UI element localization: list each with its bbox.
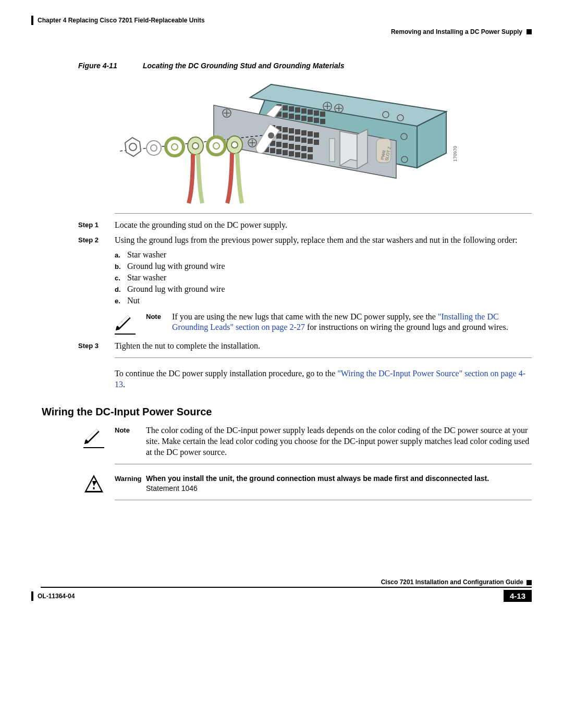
step-1-text: Locate the grounding stud on the DC powe… (115, 220, 532, 231)
svg-rect-35 (314, 132, 319, 138)
note-inline: Note If you are using the new lugs that … (115, 312, 532, 335)
svg-rect-41 (301, 138, 307, 143)
svg-rect-27 (320, 119, 325, 124)
svg-rect-23 (295, 115, 300, 120)
svg-rect-63 (329, 139, 335, 162)
step-3-row: Step 3 Tighten the nut to complete the i… (78, 341, 532, 352)
step-2-sub-c: c.Star washer (115, 273, 532, 282)
svg-rect-47 (283, 143, 288, 148)
header-chapter: Chapter 4 Replacing Cisco 7201 Field-Rep… (38, 17, 205, 24)
pencil-note-icon (83, 425, 102, 444)
svg-rect-18 (314, 110, 319, 116)
step-2-sub-d: d.Ground lug with ground wire (115, 285, 532, 294)
note-inline-text: If you are using the new lugs that came … (172, 312, 532, 334)
svg-point-69 (213, 143, 219, 149)
svg-rect-51 (308, 147, 313, 152)
svg-rect-42 (308, 139, 313, 144)
figure-caption-text: Locating the DC Grounding Stud and Groun… (143, 61, 345, 70)
step-3-text: Tighten the nut to complete the installa… (115, 341, 532, 352)
footer-doc: OL-11364-04 (38, 593, 75, 600)
svg-rect-25 (308, 117, 313, 122)
svg-rect-22 (289, 114, 294, 119)
svg-point-71 (192, 143, 199, 149)
svg-rect-21 (283, 113, 288, 118)
warning-statement: Statement 1046 (146, 484, 198, 492)
svg-rect-24 (301, 116, 307, 121)
section-heading: Wiring the DC-Input Power Source (42, 406, 532, 418)
svg-rect-54 (276, 149, 282, 154)
divider (115, 213, 532, 214)
svg-rect-40 (295, 137, 300, 142)
svg-point-67 (172, 144, 178, 150)
divider (115, 357, 532, 358)
svg-rect-17 (308, 109, 313, 115)
drawing-id: 170970 (452, 146, 458, 162)
svg-point-73 (231, 142, 238, 148)
svg-rect-30 (283, 127, 288, 132)
figure-illustration: PWR SLOT 2 (115, 74, 469, 207)
svg-rect-58 (301, 153, 307, 158)
note2-text: The color coding of the DC-input power s… (146, 425, 532, 458)
svg-rect-15 (295, 107, 300, 113)
svg-rect-33 (301, 130, 307, 135)
svg-rect-26 (314, 118, 319, 123)
warning-label: Warning (115, 474, 146, 483)
svg-rect-50 (301, 146, 307, 151)
svg-rect-16 (301, 108, 307, 114)
page-footer: Cisco 7201 Installation and Configuratio… (31, 578, 532, 602)
svg-rect-59 (308, 154, 313, 159)
figure-caption: Figure 4-11 Locating the DC Grounding St… (78, 61, 532, 70)
svg-point-75 (151, 145, 157, 151)
svg-rect-81 (93, 487, 95, 489)
svg-rect-19 (320, 112, 325, 117)
divider (115, 464, 532, 464)
page-number: 4-13 (504, 590, 532, 602)
header-square-icon (527, 29, 532, 34)
warning-triangle-icon (83, 474, 104, 495)
figure-label: Figure 4-11 (78, 61, 141, 70)
svg-rect-39 (289, 135, 294, 141)
step-2-sub-e: e.Nut (115, 296, 532, 305)
header-rule (31, 16, 33, 25)
dc-power-supply-illustration: PWR SLOT 2 (115, 74, 469, 207)
footer-square-icon (527, 580, 532, 585)
note2-label: Note (115, 425, 146, 434)
warning-block: Warning When you install the unit, the g… (83, 474, 532, 497)
svg-rect-49 (295, 145, 300, 150)
step-2-label: Step 2 (78, 235, 115, 246)
step-2-text: Using the ground lugs from the previous … (115, 235, 532, 246)
step-1-label: Step 1 (78, 220, 115, 231)
svg-marker-76 (125, 138, 141, 156)
svg-rect-53 (270, 148, 275, 153)
header-chapter-row: Chapter 4 Replacing Cisco 7201 Field-Rep… (31, 16, 532, 25)
svg-rect-31 (289, 128, 294, 133)
svg-point-65 (268, 132, 274, 139)
footer-title: Cisco 7201 Installation and Configuratio… (381, 578, 523, 586)
step-2-sub-a: a.Star washer (115, 250, 532, 260)
svg-rect-48 (289, 144, 294, 149)
pencil-note-icon (115, 312, 133, 330)
svg-rect-55 (283, 150, 288, 155)
svg-rect-46 (276, 142, 282, 147)
svg-rect-43 (314, 140, 319, 145)
step-2-row: Step 2 Using the ground lugs from the pr… (78, 235, 532, 246)
svg-rect-14 (289, 106, 294, 112)
continue-paragraph: To continue the DC power supply installa… (115, 368, 532, 390)
footer-rule (31, 591, 33, 601)
warning-text: When you install the unit, the ground co… (146, 474, 489, 483)
svg-rect-56 (289, 151, 294, 156)
svg-rect-34 (308, 131, 313, 137)
note-color-coding: Note The color coding of the DC-input po… (83, 425, 532, 458)
svg-rect-32 (295, 129, 300, 134)
note-inline-label: Note (146, 312, 172, 320)
svg-rect-57 (295, 152, 300, 157)
divider (115, 500, 532, 500)
svg-rect-38 (283, 134, 288, 140)
header-section: Removing and Installing a DC Power Suppl… (391, 28, 522, 35)
step-3-label: Step 3 (78, 341, 115, 352)
svg-marker-62 (357, 129, 368, 169)
svg-rect-13 (283, 105, 288, 110)
step-2-sub-b: b.Ground lug with ground wire (115, 262, 532, 271)
step-1-row: Step 1 Locate the grounding stud on the … (78, 220, 532, 231)
